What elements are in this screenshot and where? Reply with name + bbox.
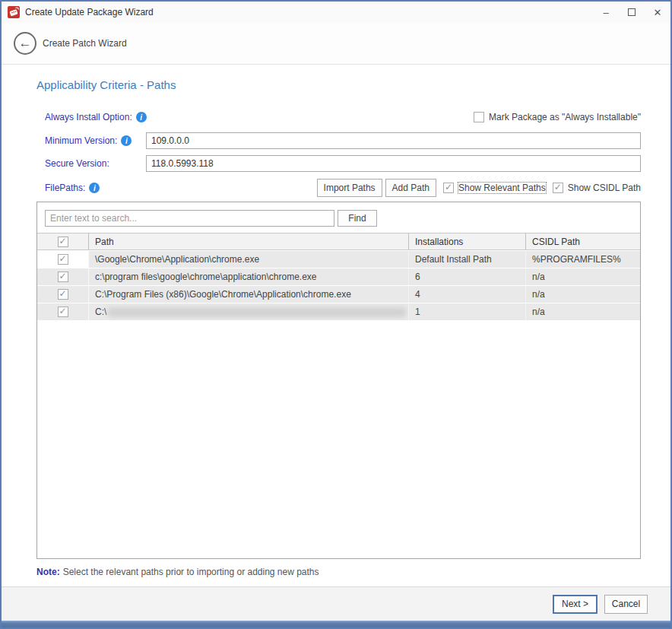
secure-version-input[interactable] [146,155,641,172]
add-path-button[interactable]: Add Path [385,179,436,197]
row-checkbox[interactable] [58,307,68,317]
installations-column-header[interactable]: Installations [409,233,526,249]
minimum-version-input[interactable] [146,132,641,149]
minimize-icon[interactable]: – [593,2,619,23]
always-install-label: Always Install Option: [45,112,132,122]
always-installable-checkbox[interactable] [474,112,484,122]
filepaths-row: FilePaths: i Import Paths Add Path Show … [36,179,641,197]
wizard-header: ← Create Patch Wizard [2,23,670,65]
path-column-header[interactable]: Path [89,233,409,249]
always-installable-checkbox-label: Mark Package as "Always Installable" [489,112,641,122]
title-bar: Create Update Package Wizard – ✕ [2,2,670,23]
csidl-cell: %PROGRAMFILES% [526,251,640,268]
wizard-footer: Next > Cancel [2,586,670,621]
maximize-glyph [628,8,636,16]
grid-search-row: Find [37,202,640,233]
app-icon [8,6,20,18]
search-input[interactable] [45,210,334,227]
show-relevant-paths-checkbox[interactable] [443,183,454,193]
wizard-name-label: Create Patch Wizard [43,38,127,49]
import-paths-button[interactable]: Import Paths [317,179,382,197]
back-button[interactable]: ← [14,32,36,55]
csidl-cell: n/a [526,286,640,303]
show-csidl-path-checkbox[interactable] [553,183,563,193]
always-install-info-icon[interactable]: i [136,112,147,122]
csidl-cell: n/a [526,268,640,285]
back-arrow-icon: ← [19,36,32,51]
filepaths-label: FilePaths: [45,183,85,193]
secure-version-row: Secure Version: [36,155,641,172]
note-prefix: Note: [36,567,60,577]
minimum-version-row: Minimum Version: i [36,132,641,149]
minimum-version-label: Minimum Version: [45,135,117,146]
next-button[interactable]: Next > [553,595,598,614]
row-checkbox[interactable] [58,289,68,300]
minimum-version-label-zone: Minimum Version: i [45,135,146,146]
select-all-checkbox[interactable] [58,237,68,247]
csidl-column-header[interactable]: CSIDL Path [526,233,640,249]
table-header: Path Installations CSIDL Path [37,233,640,250]
note-row: Note:Select the relevant paths prior to … [36,567,641,577]
cancel-button[interactable]: Cancel [604,595,648,614]
path-text: \Google\Chrome\Application\chrome.exe [95,254,259,265]
maximize-icon[interactable] [619,2,645,23]
show-csidl-path-group[interactable]: Show CSIDL Path [553,183,641,193]
show-relevant-paths-group[interactable]: Show Relevant Paths [443,183,546,193]
window-title: Create Update Package Wizard [25,7,154,17]
select-all-header-cell [37,233,89,249]
installations-cell: Default Install Path [409,251,526,268]
row-select-cell [37,268,89,285]
table-row[interactable]: C:\Program Files (x86)\Google\Chrome\App… [37,286,640,303]
close-icon[interactable]: ✕ [645,2,670,23]
csidl-cell: n/a [526,303,640,320]
wizard-content: Applicability Criteria - Paths Always In… [2,65,670,586]
path-cell: C:\ [89,303,409,320]
redacted-path-segment [108,307,406,317]
path-text: C:\Program Files (x86)\Google\Chrome\App… [95,289,351,300]
path-text: c:\program files\google\chrome\applicati… [95,272,316,282]
path-text: C:\ [95,307,106,317]
secure-version-label: Secure Version: [45,158,109,169]
show-csidl-path-label: Show CSIDL Path [568,183,641,193]
filepaths-toolbar: Import Paths Add Path Show Relevant Path… [317,179,641,197]
installations-cell: 4 [409,286,526,303]
show-relevant-paths-label: Show Relevant Paths [458,183,546,193]
secure-version-label-zone: Secure Version: [45,158,146,169]
find-button[interactable]: Find [338,210,377,227]
installations-cell: 6 [409,268,526,285]
window-bottom-strip [2,621,670,627]
path-cell: c:\program files\google\chrome\applicati… [89,268,409,285]
path-cell: C:\Program Files (x86)\Google\Chrome\App… [89,286,409,303]
table-body: \Google\Chrome\Application\chrome.exeDef… [37,250,640,558]
note-text: Select the relevant paths prior to impor… [63,567,319,577]
page-title: Applicability Criteria - Paths [36,78,641,91]
table-row[interactable]: \Google\Chrome\Application\chrome.exeDef… [37,251,640,268]
path-cell: \Google\Chrome\Application\chrome.exe [89,251,409,268]
minimum-version-info-icon[interactable]: i [121,135,132,146]
always-install-row: Always Install Option: i Mark Package as… [36,112,641,122]
row-select-cell [37,303,89,320]
filepaths-info-icon[interactable]: i [89,183,100,193]
row-checkbox[interactable] [58,254,68,265]
row-checkbox[interactable] [58,272,68,282]
table-row[interactable]: c:\program files\google\chrome\applicati… [37,268,640,285]
row-select-cell [37,286,89,303]
paths-grid: Find Path Installations CSIDL Path \Goog… [36,202,641,559]
window-controls: – ✕ [593,2,670,23]
installations-cell: 1 [409,303,526,320]
row-select-cell [37,251,89,268]
always-installable-checkbox-group[interactable]: Mark Package as "Always Installable" [474,112,641,122]
table-row[interactable]: C:\1n/a [37,303,640,320]
